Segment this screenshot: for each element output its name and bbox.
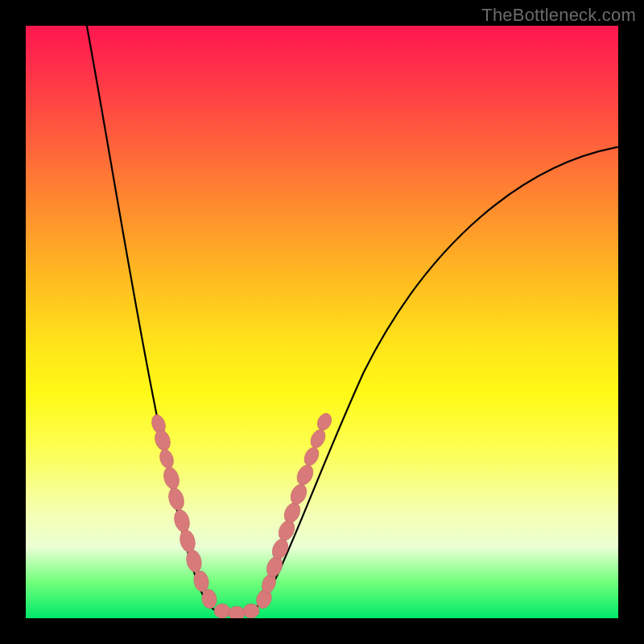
right-curve [235,147,618,615]
bead [158,448,176,470]
beads-group [150,411,334,618]
bead [302,445,322,469]
bead [287,481,309,506]
bead [214,604,230,618]
bead [172,508,192,534]
bead [229,606,245,618]
curves-svg [26,26,618,618]
bead [308,427,328,451]
bead [243,604,259,618]
bead [178,528,197,554]
bead [166,486,186,512]
bead [152,428,172,452]
bead [161,465,181,491]
bead [315,411,334,433]
watermark-text: TheBottleneck.com [481,5,636,26]
bead [294,462,316,487]
plot-area [26,26,618,618]
chart-frame: TheBottleneck.com [0,0,644,644]
left-curve [85,26,235,615]
